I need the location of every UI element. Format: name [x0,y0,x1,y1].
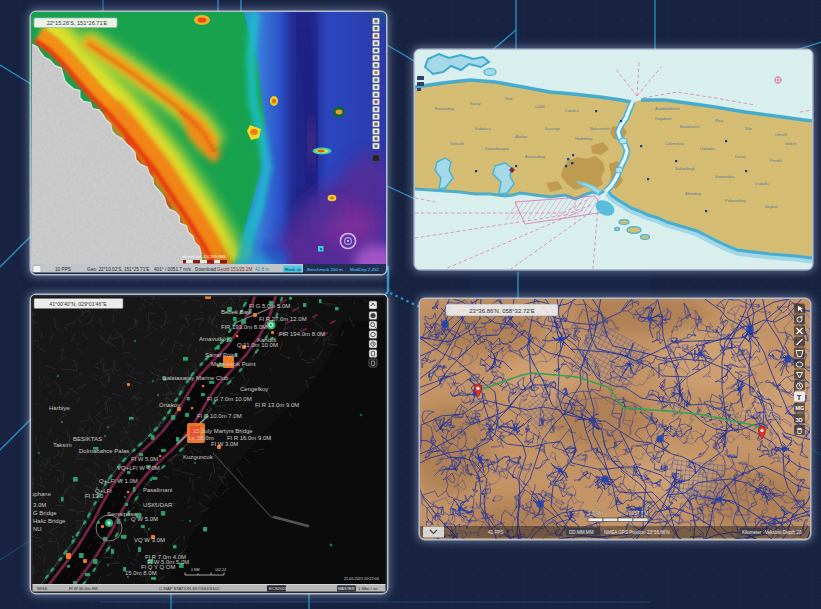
svg-text:MASTER: MASTER [338,586,355,591]
svg-text:Download: Download [195,267,216,272]
svg-text:15.0m 8.0M: 15.0m 8.0M [125,570,157,576]
svg-text:FlR 194.0m 8.0M: FlR 194.0m 8.0M [279,331,325,337]
svg-text:Celtik: Celtik [535,104,545,109]
svg-text:Fl G 5.0m 5.0M: Fl G 5.0m 5.0M [249,303,290,309]
svg-text:ophane: ophane [31,491,52,497]
svg-text:Akalan: Akalan [515,134,527,139]
svg-text:Fl 13.0: Fl 13.0 [85,493,104,499]
svg-text:1 Mbit / sn: 1 Mbit / sn [358,586,378,591]
svg-text:Sile: Sile [745,126,752,131]
svg-text:Q+LFl W 1.0M: Q+LFl W 1.0M [99,478,138,484]
svg-text:Sarraf Point: Sarraf Point [205,352,237,358]
svg-text:MG: MG [795,405,804,411]
svg-text:Gebze: Gebze [785,141,798,146]
svg-text:Dolmabahce Palas: Dolmabahce Palas [79,448,129,454]
svg-text:Kemerburgaz: Kemerburgaz [485,146,509,151]
svg-text:Fl W 36.0m 9M: Fl W 36.0m 9M [69,586,98,591]
svg-text:Gokturk: Gokturk [450,141,464,146]
svg-text:Bahcesehir: Bahcesehir [590,126,611,131]
svg-text:T: T [797,393,802,402]
svg-text:Uskudar: Uskudar [700,146,716,151]
svg-text:DD:MM.MM: DD:MM.MM [569,530,594,535]
svg-text:Kabakca: Kabakca [475,126,491,131]
svg-text:Saray: Saray [470,101,480,106]
svg-text:Samandira: Samandira [715,174,735,179]
svg-text:Fl G 10.0m 7.0M: Fl G 10.0m 7.0M [197,413,242,419]
svg-text:Polonezkoy: Polonezkoy [725,198,746,203]
svg-text:Benchmark 200 m: Benchmark 200 m [307,267,343,272]
svg-text:Ihsaniye: Ihsaniye [545,126,561,131]
svg-text:Kuzguncuk: Kuzguncuk [183,454,214,460]
svg-text:21.05.2021 10:22:04: 21.05.2021 10:22:04 [344,577,379,581]
svg-text:NMEA GPS Position 23°36.86'N: NMEA GPS Position 23°36.86'N [604,530,670,535]
svg-text:Halic Bridge: Halic Bridge [33,518,66,524]
svg-text:NU: NU [33,526,42,532]
svg-text:401° / 0051.7 m/s: 401° / 0051.7 m/s [154,267,191,272]
svg-text:R: R [753,374,758,380]
svg-text:Sultanbeyli: Sultanbeyli [675,166,695,171]
svg-text:Fl W 3.0M: Fl W 3.0M [211,441,238,447]
svg-text:Ortakoy: Ortakoy [159,402,180,408]
svg-text:VQ W 3.0M: VQ W 3.0M [134,537,165,543]
svg-text:3D: 3D [796,417,803,423]
svg-text:Omerli: Omerli [775,132,787,137]
svg-text:Q W 5.0M: Q W 5.0M [131,516,158,522]
svg-text:FlR 193.0m 8.0M: FlR 193.0m 8.0M [221,324,267,330]
svg-text:42.8 m: 42.8 m [255,267,269,272]
svg-text:G Bridge: G Bridge [33,510,57,516]
svg-text:2.7 NM: 2.7 NM [588,511,603,516]
svg-text:3.0M: 3.0M [33,502,46,508]
svg-text:Anadolufeneri: Anadolufeneri [655,106,680,111]
svg-text:7,157.7 M: 7,157.7 M [628,511,649,516]
svg-text:Mehmetcik Point: Mehmetcik Point [211,361,256,367]
svg-text:Q 11.0m 10.0M: Q 11.0m 10.0M [237,342,278,348]
svg-text:Fl R 27.0m 12.0M: Fl R 27.0m 12.0M [259,316,307,322]
svg-text:Harbiye: Harbiye [49,405,70,411]
svg-text:C-MAP STATION S57/S63/S102: C-MAP STATION S57/S63/S102 [159,586,220,591]
svg-text:Bebek Bay: Bebek Bay [221,309,250,315]
svg-text:Basaksehir: Basaksehir [680,124,700,129]
svg-text:Renk sk.: Renk sk. [285,267,302,272]
svg-text:BESIKTAS: BESIKTAS [73,436,102,442]
svg-text:ECS2021: ECS2021 [269,586,288,591]
svg-text:15 July Martyrs Bridge: 15 July Martyrs Bridge [193,428,253,434]
svg-text:Kilometer: Kilometer [742,530,762,535]
svg-text:Geo: 22°10.02'S, 151°25.71'E: Geo: 22°10.02'S, 151°25.71'E [87,267,149,272]
svg-text:Fl G 7.0m 10.0M: Fl G 7.0m 10.0M [207,396,252,402]
svg-text:Cekmekoy: Cekmekoy [665,141,684,146]
svg-text:Fl R 13.0m 9.0M: Fl R 13.0m 9.0M [255,402,299,408]
svg-text:Pasalimani: Pasalimani [143,487,172,493]
svg-text:Vektörel Depth 28: Vektörel Depth 28 [765,530,802,535]
svg-text:Arnavutköy: Arnavutköy [199,336,229,342]
svg-text:Dudullu: Dudullu [755,181,769,186]
svg-text:Geoid 151/25.2M: Geoid 151/25.2M [217,267,252,272]
svg-text:41°00'40"N, 029°01'46"E: 41°00'40"N, 029°01'46"E [49,301,107,307]
svg-text:102,24: 102,24 [215,568,226,572]
svg-text:Kayabasi: Kayabasi [655,116,672,121]
svg-text:VQ+LFl W 4.0M: VQ+LFl W 4.0M [117,465,160,471]
svg-text:USKUDAR: USKUDAR [143,502,173,508]
svg-text:22°15.26'S, 151°26.71'E: 22°15.26'S, 151°26.71'E [47,20,108,26]
svg-text:Vize: Vize [505,96,513,101]
svg-text:23°36.86'N, 058°32.72'E: 23°36.86'N, 058°32.72'E [469,308,534,314]
svg-text:Galatasaray Marine Club: Galatasaray Marine Club [162,375,229,381]
svg-text:Kartal: Kartal [735,154,746,159]
svg-text:0 NM: 0 NM [191,568,200,572]
svg-text:Fl W 5.0M: Fl W 5.0M [131,456,158,462]
svg-text:Karacakoy: Karacakoy [435,106,454,111]
svg-text:MedDep 2,452: MedDep 2,452 [350,267,379,272]
svg-text:Alemdag: Alemdag [685,191,701,196]
svg-text:Hadimkoy: Hadimkoy [575,136,593,141]
svg-text:WGS: WGS [37,586,47,591]
svg-text:41 FPS: 41 FPS [488,530,503,535]
svg-text:Arnavutkoy: Arnavutkoy [525,154,545,159]
svg-text:cir 58.0m: cir 58.0m [189,435,214,441]
svg-text:10 PPS: 10 PPS [55,267,71,272]
svg-text:Cengelkoy: Cengelkoy [240,386,268,392]
svg-text:eLevel at: -13,265.965: eLevel at: -13,265.965 [182,254,226,259]
svg-text:Riva: Riva [715,118,724,123]
svg-text:Catalca: Catalca [565,108,579,113]
svg-text:Pendik: Pendik [770,158,782,163]
svg-text:Beykoz: Beykoz [765,204,778,209]
svg-text:Taksim: Taksim [53,442,72,448]
